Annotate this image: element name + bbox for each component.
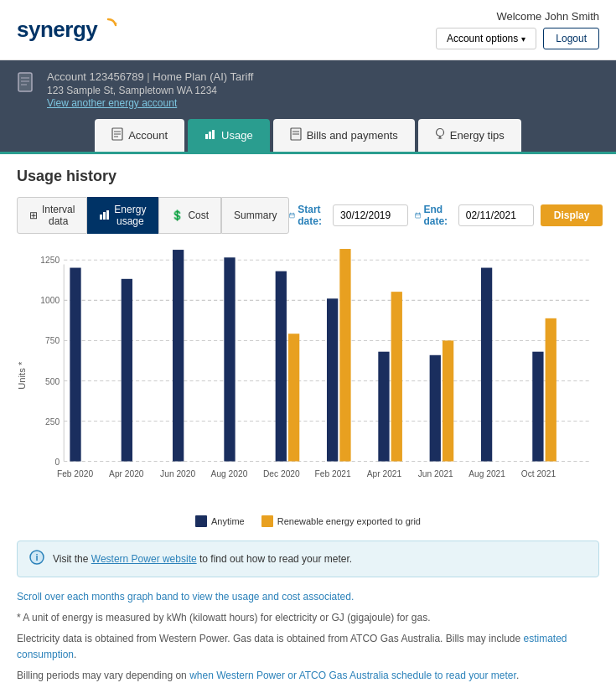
- svg-text:Units *: Units *: [17, 361, 27, 390]
- bills-tab-label: Bills and payments: [307, 129, 398, 142]
- svg-text:1000: 1000: [40, 296, 60, 305]
- energy-tab-label: Energy usage: [114, 204, 146, 227]
- svg-text:1250: 1250: [40, 256, 60, 265]
- svg-rect-56: [532, 352, 543, 462]
- logo: synergy: [17, 17, 117, 43]
- tab-energy-usage[interactable]: Energy usage: [87, 197, 158, 234]
- svg-text:Oct 2021: Oct 2021: [521, 469, 556, 478]
- tips-tab-icon: [435, 127, 445, 143]
- tab-tips[interactable]: Energy tips: [418, 119, 521, 152]
- header-right: Welcome John Smith Account options ▾ Log…: [436, 10, 599, 49]
- svg-rect-52: [391, 292, 402, 461]
- info-icon: i: [29, 550, 44, 568]
- legend-anytime: Anytime: [195, 515, 245, 527]
- end-date-label: End date:: [415, 204, 452, 227]
- svg-text:0: 0: [54, 458, 60, 467]
- anytime-color-swatch: [195, 515, 207, 527]
- end-date-input[interactable]: [458, 204, 534, 226]
- svg-text:Jun 2020: Jun 2020: [160, 469, 195, 478]
- tab-bills[interactable]: Bills and payments: [273, 119, 415, 152]
- logo-text: synergy: [17, 17, 97, 43]
- content: Usage history ⊞ Interval data Energy usa…: [0, 154, 616, 688]
- account-title: Account 123456789 | Home Plan (AI) Tarif…: [47, 70, 253, 83]
- svg-text:Jun 2021: Jun 2021: [418, 469, 453, 478]
- footer-note-1: Scroll over each months graph band to vi…: [17, 589, 599, 605]
- energy-icon: [100, 210, 110, 222]
- svg-rect-51: [378, 352, 389, 462]
- svg-rect-10: [209, 132, 211, 139]
- legend-renewable-label: Renewable energy exported to grid: [277, 516, 421, 526]
- account-tab-label: Account: [128, 129, 168, 142]
- footer-note-2: * A unit of energy is measured by kWh (k…: [17, 610, 599, 626]
- tab-usage[interactable]: Usage: [188, 119, 270, 152]
- legend-renewable: Renewable energy exported to grid: [261, 515, 421, 527]
- svg-text:Apr 2020: Apr 2020: [109, 469, 144, 478]
- svg-rect-25: [416, 214, 421, 218]
- account-tariff: Home Plan (AI) Tariff: [153, 70, 253, 83]
- view-another-account-link[interactable]: View another energy account: [47, 97, 177, 109]
- svg-text:Aug 2020: Aug 2020: [211, 469, 248, 478]
- usage-tab-label: Usage: [221, 129, 253, 142]
- svg-text:750: 750: [45, 336, 60, 345]
- footer-note-4: Billing periods may vary depending on wh…: [17, 668, 599, 684]
- chart-tabs: ⊞ Interval data Energy usage 💲 Cost Summ…: [17, 197, 289, 234]
- svg-text:Feb 2020: Feb 2020: [57, 469, 93, 478]
- account-address: 123 Sample St, Sampletown WA 1234: [47, 85, 253, 96]
- header: synergy Welcome John Smith Account optio…: [0, 0, 616, 60]
- start-date-label: Start date:: [289, 204, 326, 227]
- svg-rect-50: [339, 249, 350, 461]
- renewable-color-swatch: [261, 515, 273, 527]
- account-doc-icon: [17, 72, 37, 101]
- logo-arc-icon: [99, 18, 117, 36]
- nav-tabs: Account Usage Bills and payments Energy …: [0, 119, 616, 152]
- svg-text:Feb 2021: Feb 2021: [315, 469, 351, 478]
- account-number: Account 123456789: [47, 70, 144, 83]
- svg-rect-45: [173, 250, 184, 461]
- svg-rect-55: [481, 268, 492, 462]
- tab-interval-data[interactable]: ⊞ Interval data: [17, 197, 87, 234]
- header-buttons: Account options ▾ Logout: [436, 28, 599, 49]
- svg-rect-54: [443, 340, 453, 461]
- tab-cost[interactable]: 💲 Cost: [158, 197, 221, 234]
- footer-note-3: Electricity data is obtained from Wester…: [17, 631, 599, 663]
- svg-rect-48: [288, 334, 299, 461]
- svg-rect-44: [122, 279, 132, 462]
- svg-rect-11: [212, 130, 215, 139]
- svg-rect-9: [205, 134, 208, 139]
- svg-rect-19: [103, 212, 106, 220]
- account-options-button[interactable]: Account options ▾: [436, 28, 536, 49]
- svg-rect-47: [276, 272, 287, 462]
- info-text-before: Visit the: [53, 553, 91, 565]
- svg-text:500: 500: [45, 377, 60, 386]
- tab-summary[interactable]: Summary: [221, 197, 289, 234]
- bar-chart: Units * 0 250 500 750 1000: [17, 247, 599, 504]
- account-banner: Account 123456789 | Home Plan (AI) Tarif…: [0, 60, 616, 119]
- svg-rect-57: [546, 318, 556, 462]
- western-power-link[interactable]: Western Power website: [91, 553, 197, 565]
- interval-icon: ⊞: [29, 210, 38, 221]
- page-title: Usage history: [17, 168, 599, 185]
- account-info: Account 123456789 | Home Plan (AI) Tarif…: [47, 70, 253, 109]
- svg-text:Dec 2020: Dec 2020: [263, 469, 300, 478]
- account-options-label: Account options: [447, 33, 518, 44]
- tips-tab-label: Energy tips: [450, 129, 505, 142]
- cost-icon: 💲: [171, 210, 184, 221]
- svg-text:Aug 2021: Aug 2021: [468, 469, 505, 478]
- svg-rect-49: [327, 298, 338, 461]
- footer-note-1-text: Scroll over each months graph band to vi…: [17, 591, 354, 603]
- tab-account[interactable]: Account: [95, 119, 184, 152]
- date-controls: Start date: End date: Display: [289, 204, 603, 227]
- bills-tab-icon: [290, 127, 302, 143]
- svg-rect-18: [100, 215, 102, 220]
- svg-text:Apr 2021: Apr 2021: [367, 469, 402, 478]
- svg-rect-1: [18, 73, 32, 91]
- logout-button[interactable]: Logout: [543, 28, 599, 49]
- svg-rect-21: [290, 214, 295, 218]
- logout-label: Logout: [556, 33, 587, 44]
- summary-tab-label: Summary: [234, 210, 277, 221]
- welcome-text: Welcome John Smith: [496, 10, 599, 23]
- legend-anytime-label: Anytime: [211, 516, 245, 526]
- info-box: i Visit the Western Power website to fin…: [17, 541, 599, 577]
- display-button[interactable]: Display: [541, 204, 603, 226]
- start-date-input[interactable]: [333, 204, 408, 226]
